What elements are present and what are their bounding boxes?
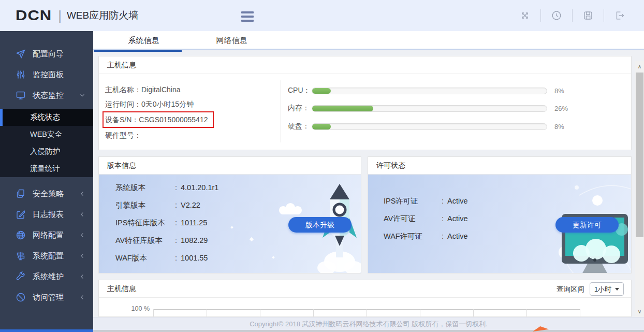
report-edit-icon [16,209,26,220]
cpu-percent-value: 8% [554,87,564,95]
host-chart-panel: 主机信息 查询区间 1小时 100 % [98,280,632,317]
disk-progress-fill [312,124,331,129]
y-axis-top-label: 100 % [122,305,150,312]
sidebar-item-label: 系统配置 [33,251,64,261]
sidebar-item-system-maintenance[interactable]: 系统维护 [0,266,93,287]
copyright-footer: Copyright© 2018 武汉神州数码云科网络技术有限公司 版权所有，保留… [93,317,644,330]
dcn-logo: DCN [16,7,52,24]
sidebar-item-label: 系统维护 [33,272,64,282]
sidebar-item-label: 网络配置 [33,230,64,240]
scrollbar-thumb[interactable] [636,73,643,237]
tab-system-info[interactable]: 系统信息 [116,31,171,49]
chart-gridline [367,309,367,317]
query-range-label: 查询区间 [557,281,584,298]
sidebar-item-log-report[interactable]: 日志报表 [0,204,93,225]
chart-gridline [526,309,527,317]
chevron-down-icon [79,92,86,99]
sidebar-item-label: 监控面板 [33,70,64,80]
chevron-left-icon [79,273,86,280]
sidebar: 配置向导 监控面板 状态监控 系统状态 WEB安全 入侵防护 [0,31,93,332]
time-range-value: 1小时 [594,281,611,298]
globe-icon [16,230,26,240]
chart-gridline [473,309,474,317]
update-license-button[interactable]: 更新许可 [555,217,619,233]
sidebar-item-security-policy[interactable]: 安全策略 [0,183,93,204]
host-field-serial: 设备S/N：CSGS015000055412 [105,111,214,128]
app-title: WEB应用防火墙 [67,9,138,22]
version-row: IPS特征库版本:1011.25 [99,214,218,232]
clock-icon[interactable] [551,10,562,21]
header-actions [519,0,625,31]
bottom-strip [93,330,644,332]
sidebar-item-access-management[interactable]: 访问管理 [0,287,93,308]
host-info-panel: 主机信息 主机名称：DigitalChina 运行时间：0天0小时15分钟 设备… [98,56,632,150]
header: DCN | WEB应用防火墙 [0,0,644,31]
chart-gridline [580,309,580,317]
version-row: AV特征库版本:1082.29 [99,232,218,249]
disk-progress-track [312,123,547,130]
panel-title: 主机信息 [99,56,631,74]
host-field-name: 主机名称：DigitalChina [105,82,214,97]
tab-network-info[interactable]: 网络信息 [204,31,259,49]
panel-title: 版本信息 [99,157,361,175]
sidebar-subitem-label: WEB安全 [30,129,62,139]
fullscreen-icon[interactable] [519,10,531,21]
status-monitor-submenu: 系统状态 WEB安全 入侵防护 流量统计 [0,109,93,177]
chart-panel-header: 主机信息 查询区间 1小时 [99,280,631,298]
header-divider [572,9,573,22]
gauge-label: CPU： [288,86,312,95]
sidebar-subitem-label: 流量统计 [30,164,60,174]
chart-gridline [260,309,260,317]
version-list: 系统版本:4.01.20.1r1 引擎版本:V2.22 IPS特征库版本:101… [99,179,218,267]
version-info-panel: 版本信息 系统版本:4.01.20.1r1 [98,156,361,273]
sidebar-subitem-traffic-stats[interactable]: 流量统计 [0,160,93,177]
sidebar-item-config-wizard[interactable]: 配置向导 [0,44,93,64]
chart-gridline [313,309,314,317]
memory-progress-track [312,105,547,112]
cpu-progress-track [312,88,547,94]
save-icon[interactable] [582,10,594,21]
chevron-left-icon [79,211,86,218]
sidebar-item-label: 配置向导 [33,49,64,59]
host-field-hardware-model: 硬件型号： [105,128,214,142]
version-upgrade-button[interactable]: 版本升级 [288,217,352,233]
chart-gridline [420,309,420,317]
sparkle-decoration [250,237,254,241]
sidebar-subitem-label: 系统状态 [30,112,60,122]
tab-bar: 系统信息 网络信息 [93,31,644,50]
chevron-left-icon [79,252,86,259]
signpost-icon [16,251,26,261]
version-panel-body: 系统版本:4.01.20.1r1 引擎版本:V2.22 IPS特征库版本:101… [99,175,361,273]
license-status-panel: 许可状态 IPS [368,156,632,273]
logout-icon[interactable] [614,10,625,21]
sidebar-subitem-intrusion-prevention[interactable]: 入侵防护 [0,143,93,160]
host-fields: 主机名称：DigitalChina 运行时间：0天0小时15分钟 设备S/N：C… [105,82,214,142]
license-row: IPS许可证:Active [368,192,468,210]
time-range-select[interactable]: 1小时 [590,282,624,296]
sidebar-item-network-config[interactable]: 网络配置 [0,225,93,246]
sidebar-item-label: 日志报表 [33,210,64,220]
sidebar-subitem-web-security[interactable]: WEB安全 [0,126,93,143]
panel-title: 许可状态 [368,157,631,175]
chevron-left-icon [79,232,86,239]
gauge-label: 硬盘： [288,122,312,131]
license-panel-body: IPS许可证:Active AV许可证:Active WAF许可证:Active… [368,175,631,273]
menu-toggle-icon[interactable] [241,11,254,24]
paper-plane-icon [16,49,26,59]
scroll-down-arrow[interactable]: ∨ [635,307,644,316]
sidebar-subitem-system-status[interactable]: 系统状态 [0,109,93,126]
memory-gauge: 内存： 26% [288,104,568,112]
scroll-up-arrow[interactable]: ∧ [635,62,644,71]
main-content: 系统信息 网络信息 主机信息 主机名称：DigitalChina 运行时间：0天… [93,31,644,332]
version-row: WAF版本:1001.55 [99,249,218,267]
memory-progress-fill [312,106,373,111]
vertical-scrollbar[interactable]: ∧ ∨ [635,61,644,317]
sidebar-item-status-monitor[interactable]: 状态监控 [0,85,93,106]
sidebar-item-monitor-panel[interactable]: 监控面板 [0,64,93,85]
version-row: 引擎版本:V2.22 [99,196,218,214]
chart-gridline [207,309,207,317]
sidebar-item-system-config[interactable]: 系统配置 [0,246,93,266]
monitor-icon [16,90,26,100]
highlight-red-box: 设备S/N：CSGS015000055412 [103,111,214,128]
sidebar-subitem-label: 入侵防护 [30,147,60,156]
